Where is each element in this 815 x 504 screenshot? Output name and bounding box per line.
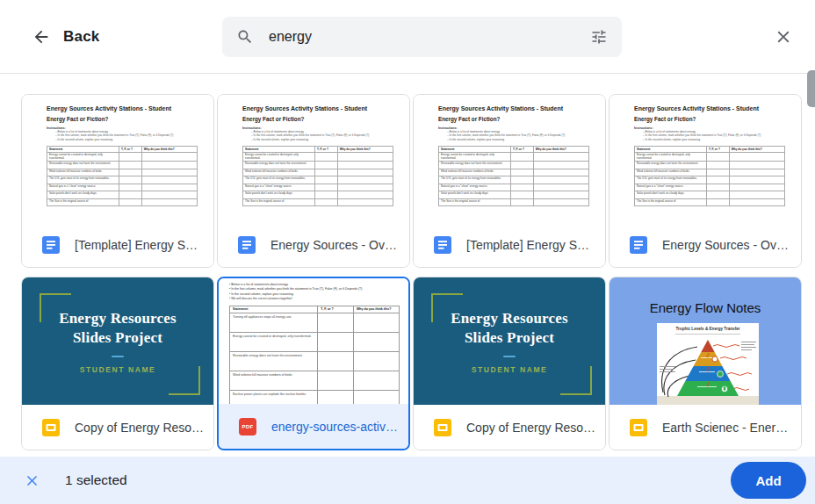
empty-cell [119,191,142,199]
table-row: Wind turbines kill massive numbers of bi… [47,169,198,176]
slide-divider-dash [112,356,124,358]
col-header: Why do you think this? [337,146,393,152]
file-name: Earth Scienec - Ener… [662,421,788,435]
empty-cell [315,184,338,191]
statement-cell: The Sun is the original source of [243,198,315,206]
add-button[interactable]: Add [731,462,806,499]
google-docs-icon [42,236,60,254]
file-card-selected[interactable]: Below is a list of statements about ener… [217,277,410,450]
card-preview: Energy Sources Activity Stations - Stude… [218,95,409,222]
empty-cell [337,184,393,191]
scrollbar-thumb[interactable] [807,70,815,107]
empty-cell [337,162,393,169]
empty-cell [315,176,338,184]
statement-cell: The Sun is the original source of [47,198,119,206]
empty-cell [337,169,393,176]
table-row: Solar panels don't work on cloudy days. [243,191,393,199]
doc-preview-title: Energy Sources Activity Stations - Stude… [47,105,196,112]
google-docs-icon [238,236,256,254]
close-icon [774,27,793,47]
statement-cell: Energy cannot be created or destroyed, o… [230,332,318,351]
file-card[interactable]: Energy Sources Activity Stations - Stude… [413,94,606,268]
table-header-row: Statement T, F, or ? Why do you think th… [243,146,393,152]
statement-cell: Turning off appliances stops all energy … [230,313,318,332]
search-bar[interactable] [222,17,622,57]
col-header: T, F, or ? [315,146,338,152]
file-card[interactable]: Energy Flow Notes Trophic Levels & Energ… [609,277,802,450]
card-preview: Energy Sources Activity Stations - Stude… [414,95,605,222]
flow-slide-title: Energy Flow Notes [609,277,801,315]
statement-cell: Wind turbines kill massive numbers of bi… [243,169,315,176]
empty-cell [707,176,730,184]
pdf-preview: Below is a list of statements about ener… [219,278,408,404]
filter-icon[interactable] [590,28,608,46]
doc-preview-bullet: In the second column, explain your reaso… [55,138,196,142]
empty-cell [119,162,142,169]
card-labelbar: Copy of Energy Reso… [22,405,213,450]
empty-cell [337,176,393,184]
slide-title-line2: Slides Project [73,329,162,346]
file-card[interactable]: Energy Sources Activity Stations - Stude… [217,94,410,268]
file-card[interactable]: Energy Resources Slides Project STUDENT … [413,277,606,450]
slides-preview: Energy Resources Slides Project STUDENT … [414,277,605,405]
empty-cell [533,162,588,169]
table-row: The Sun is the original source of [439,198,589,206]
doc-preview-table: Statement T, F, or ? Why do you think th… [634,146,785,206]
doc-preview: Energy Sources Activity Stations - Stude… [22,95,213,222]
statement-cell: The Sun is the original source of [635,198,707,206]
statement-cell: The U.S. gets most of its energy from re… [243,176,315,184]
card-preview: Energy Sources Activity Stations - Stude… [22,95,213,222]
trophic-pyramid-image: Trophic Levels & Energy Transfer [657,323,759,405]
empty-cell [511,162,534,169]
table-row: Energy cannot be created or destroyed, o… [635,152,785,161]
statement-cell: The Sun is the original source of [439,198,511,206]
doc-preview: Energy Sources Activity Stations - Stude… [218,95,409,222]
table-header-row: Statement T, F, or ? Why do you think th… [47,146,198,152]
doc-preview-title: Energy Sources Activity Stations - Stude… [438,105,588,112]
file-name: [Template] Energy S… [75,238,198,252]
clear-selection-button[interactable] [24,472,40,489]
statement-cell: Solar panels don't work on cloudy days. [635,191,707,199]
doc-preview-bullet: In the second column, explain your reaso… [251,138,392,142]
empty-cell [141,198,197,206]
empty-cell [119,152,142,161]
close-button[interactable] [774,27,793,47]
empty-cell [707,169,730,176]
file-card[interactable]: Energy Sources Activity Stations - Stude… [609,94,802,268]
empty-cell [141,162,197,169]
selection-footer: 1 selected Add [0,457,815,504]
empty-cell [533,184,588,191]
table-row: The Sun is the original source of [47,198,198,206]
search-input[interactable] [269,29,590,45]
card-preview: Energy Flow Notes Trophic Levels & Energ… [609,277,801,405]
empty-cell [337,152,393,161]
table-row: Nuclear power plants can explode like nu… [230,390,400,404]
table-row: Wind turbines kill massive numbers of bi… [439,169,589,176]
empty-cell [141,169,197,176]
empty-cell [533,152,588,161]
statement-cell: Energy cannot be created or destroyed, o… [635,152,707,161]
card-labelbar: Energy Sources - Ov… [218,222,409,267]
file-grid: Energy Sources Activity Stations - Stude… [21,94,802,450]
statement-cell: The U.S. gets most of its energy from re… [635,176,707,184]
empty-cell [353,313,399,332]
slide-title-line1: Energy Resources [451,310,568,327]
file-name: Energy Sources - Ov… [662,238,789,252]
google-slides-icon [434,419,451,436]
table-row: The U.S. gets most of its energy from re… [243,176,393,184]
arrow-left-icon [32,27,51,47]
empty-cell [315,162,338,169]
doc-preview: Energy Sources Activity Stations - Stude… [414,95,605,222]
table-row: Natural gas is a "clean" energy source. [243,184,393,191]
table-row: Renewable energy does not harm the envir… [243,162,393,169]
col-header: Statement [635,146,707,152]
back-button[interactable]: Back [32,0,99,74]
selection-count: 1 selected [65,472,127,488]
file-card[interactable]: Energy Resources Slides Project STUDENT … [21,277,214,450]
file-card[interactable]: Energy Sources Activity Stations - Stude… [21,94,214,268]
statement-cell: The U.S. gets most of its energy from re… [439,176,511,184]
file-name: Copy of Energy Reso… [75,421,204,435]
close-icon [24,472,40,489]
statement-cell: Renewable energy does not harm the envir… [230,351,318,371]
table-row: Wind turbines kill massive numbers of bi… [230,371,400,390]
